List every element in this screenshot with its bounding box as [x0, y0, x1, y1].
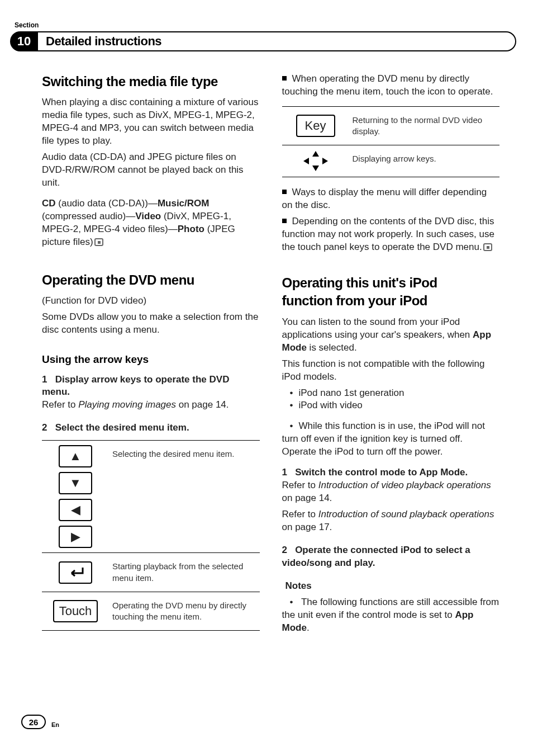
list-item: iPod nano 1st generation — [282, 387, 500, 400]
key-key: Key — [296, 115, 335, 137]
step2-num: 2 — [42, 422, 47, 433]
chain-cd-rest: (audio data (CD-DA))— — [56, 198, 158, 209]
section-label: Section — [15, 21, 39, 29]
table-row: Touch Operating the DVD menu by directly… — [42, 592, 260, 631]
dvd-sub1: (Function for DVD video) — [42, 295, 260, 308]
ipod-step2-num: 2 — [282, 545, 287, 555]
ipod-p2: This function is not compatible with the… — [282, 358, 500, 384]
header-title-box: Detailed instructions — [38, 31, 516, 51]
list-item: While this function is in use, the iPod … — [282, 420, 500, 459]
notes-list: The following functions are still access… — [282, 596, 500, 635]
right-bullet3: Depending on the contents of the DVD dis… — [282, 215, 500, 254]
notes-heading: Notes — [285, 580, 500, 593]
ipod-step2-title: Operate the connected iPod to select a v… — [282, 545, 470, 568]
right-top-bullet: When operating the DVD menu by directly … — [282, 73, 500, 98]
page-lang: En — [51, 721, 59, 728]
arrow-keys-table: ▲ ▼ ◀ ▶ Selecting the desired menu item.… — [42, 440, 260, 631]
table-row: Starting playback from the selected menu… — [42, 553, 260, 592]
row1-desc: Selecting the desired menu item. — [109, 441, 260, 552]
ipod-step1-ref1: Refer to Introduction of video playback … — [282, 479, 500, 505]
svg-marker-0 — [312, 151, 319, 157]
key-cell-touch: Touch — [42, 592, 109, 631]
heading-ipod-l1: Operating this unit's iPod — [282, 274, 500, 292]
step1-refer-pre: Refer to — [42, 399, 78, 410]
page-number: 26 — [21, 715, 46, 729]
chain-video-bold: Video — [135, 211, 161, 221]
svg-marker-3 — [322, 158, 328, 164]
key-cell-arrows4 — [282, 145, 349, 177]
heading-ipod-l2: function from your iPod — [282, 292, 500, 310]
step1-refer-post: on page 14. — [176, 399, 229, 410]
ipod-p1-post: is selected. — [307, 342, 357, 353]
ipod-step1-ref2: Refer to Introduction of sound playback … — [282, 508, 500, 534]
end-section-icon — [94, 238, 103, 246]
end-section-icon — [483, 243, 492, 251]
rrow2-desc: Displaying arrow keys. — [349, 145, 500, 177]
ref2-pre: Refer to — [282, 509, 318, 519]
ipod-step2: 2 Operate the connected iPod to select a… — [282, 544, 500, 570]
ref1-pre: Refer to — [282, 480, 318, 490]
dvd-sub2: Some DVDs allow you to make a selection … — [42, 311, 260, 337]
right-bullet2-text: Ways to display the menu will differ dep… — [282, 187, 487, 210]
ipod-incompat-list: iPod nano 1st generation iPod with video — [282, 387, 500, 413]
right-bullet3-text: Depending on the contents of the DVD dis… — [282, 216, 494, 252]
step2-title: Select the desired menu item. — [55, 422, 189, 433]
ipod-step1: 1 Switch the control mode to App Mode. — [282, 466, 500, 479]
ipod-step1-num: 1 — [282, 467, 287, 478]
table-row: Displaying arrow keys. — [282, 145, 500, 177]
ipod-step1-title: Switch the control mode to App Mode. — [295, 467, 468, 478]
svg-marker-1 — [312, 166, 319, 171]
ipod-p1-pre: You can listen to the sound from your iP… — [282, 316, 473, 340]
heading-dvd-menu: Operating the DVD menu — [42, 271, 260, 289]
step1-refer: Refer to Playing moving images on page 1… — [42, 399, 260, 412]
right-bullet2: Ways to display the menu will differ dep… — [282, 186, 500, 212]
switching-p2: Audio data (CD-DA) and JPEG picture file… — [42, 151, 260, 190]
bullet-icon — [282, 76, 287, 81]
ipod-note-list: While this function is in use, the iPod … — [282, 420, 500, 459]
step1-num: 1 — [42, 374, 47, 385]
bullet-icon — [282, 190, 287, 194]
row3-desc: Operating the DVD menu by directly touch… — [109, 592, 260, 631]
key-cell-arrows: ▲ ▼ ◀ ▶ — [42, 441, 109, 552]
key-table: Key Returning to the normal DVD video di… — [282, 106, 500, 178]
header-bar: 10 Detailed instructions — [10, 31, 516, 51]
up-arrow-icon: ▲ — [59, 445, 92, 467]
table-row: ▲ ▼ ◀ ▶ Selecting the desired menu item. — [42, 441, 260, 553]
right-arrow-icon: ▶ — [59, 526, 92, 548]
header-title: Detailed instructions — [46, 34, 161, 49]
list-item: iPod with video — [282, 399, 500, 412]
step1: 1 Display arrow keys to operate the DVD … — [42, 374, 260, 399]
key-cell-enter — [42, 553, 109, 592]
chain-cd-bold: CD — [42, 198, 56, 209]
down-arrow-icon: ▼ — [59, 472, 92, 494]
left-arrow-icon: ◀ — [59, 499, 92, 521]
list-item: The following functions are still access… — [282, 596, 500, 635]
section-number: 10 — [10, 31, 38, 51]
touch-key: Touch — [53, 600, 98, 622]
chain-music-bold: Music/ROM — [158, 198, 210, 209]
ipod-p1: You can listen to the sound from your iP… — [282, 316, 500, 355]
step1-refer-it: Playing moving images — [78, 399, 176, 410]
enter-icon — [59, 561, 92, 584]
heading-arrow-keys: Using the arrow keys — [42, 352, 260, 367]
rrow1-desc: Returning to the normal DVD video displa… — [349, 107, 500, 145]
svg-marker-2 — [303, 158, 309, 164]
chain-photo-bold: Photo — [178, 224, 204, 234]
row2-desc: Starting playback from the selected menu… — [109, 553, 260, 592]
right-column: When operating the DVD menu by directly … — [282, 73, 500, 689]
ref1-it: Introduction of video playback operation… — [318, 480, 491, 490]
four-arrows-icon — [300, 150, 331, 172]
step2: 2 Select the desired menu item. — [42, 422, 260, 434]
step1-title: Display arrow keys to operate the DVD me… — [42, 374, 229, 398]
left-column: Switching the media file type When playi… — [42, 73, 260, 689]
heading-switching: Switching the media file type — [42, 73, 260, 91]
bullet-icon — [282, 219, 287, 223]
note1-post: . — [307, 622, 310, 633]
table-row: Key Returning to the normal DVD video di… — [282, 107, 500, 146]
switching-chain: CD (audio data (CD-DA))—Music/ROM (compr… — [42, 197, 260, 249]
ref2-it: Introduction of sound playback operation… — [318, 509, 494, 519]
key-cell-key: Key — [282, 107, 349, 145]
switching-p1: When playing a disc containing a mixture… — [42, 96, 260, 148]
chain-music-rest: (compressed audio)— — [42, 211, 135, 221]
right-top-text: When operating the DVD menu by directly … — [282, 73, 493, 97]
